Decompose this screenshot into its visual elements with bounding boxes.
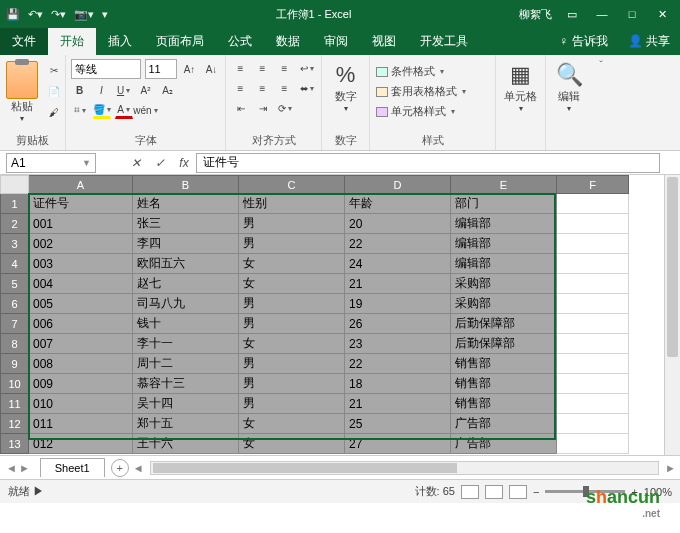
cell[interactable]: 后勤保障部 bbox=[451, 314, 557, 334]
cell[interactable]: 25 bbox=[345, 414, 451, 434]
macro-record-icon[interactable]: ▶ bbox=[33, 485, 44, 497]
cell[interactable]: 男 bbox=[239, 354, 345, 374]
conditional-formatting-button[interactable]: 条件格式 bbox=[376, 63, 489, 80]
sheet-nav-prev-icon[interactable]: ◄ bbox=[6, 462, 17, 474]
cell[interactable] bbox=[557, 234, 629, 254]
cell[interactable]: 编辑部 bbox=[451, 254, 557, 274]
cell[interactable]: 男 bbox=[239, 234, 345, 254]
vertical-scrollbar[interactable] bbox=[664, 175, 680, 455]
cell[interactable]: 赵七 bbox=[133, 274, 239, 294]
italic-button[interactable]: I bbox=[93, 81, 111, 99]
cell[interactable]: 后勤保障部 bbox=[451, 334, 557, 354]
merge-icon[interactable]: ⬌ bbox=[298, 79, 316, 97]
cell[interactable]: 销售部 bbox=[451, 354, 557, 374]
cells-button[interactable]: ▦ 单元格▾ bbox=[502, 59, 540, 115]
cell[interactable]: 010 bbox=[29, 394, 133, 414]
camera-icon[interactable]: 📷▾ bbox=[74, 8, 94, 21]
cell[interactable] bbox=[557, 214, 629, 234]
cell[interactable]: 李十一 bbox=[133, 334, 239, 354]
cell[interactable]: 姓名 bbox=[133, 194, 239, 214]
tell-me[interactable]: ♀ 告诉我 bbox=[549, 28, 617, 55]
phonetic-button[interactable]: wén bbox=[137, 101, 155, 119]
col-header[interactable]: E bbox=[451, 176, 557, 194]
cell[interactable]: 009 bbox=[29, 374, 133, 394]
cell[interactable]: 008 bbox=[29, 354, 133, 374]
row-header[interactable]: 1 bbox=[1, 194, 29, 214]
cell[interactable]: 006 bbox=[29, 314, 133, 334]
name-box[interactable]: A1▼ bbox=[6, 153, 96, 173]
sheet-tab[interactable]: Sheet1 bbox=[40, 458, 105, 477]
cell[interactable]: 19 bbox=[345, 294, 451, 314]
cell[interactable]: 003 bbox=[29, 254, 133, 274]
tab-insert[interactable]: 插入 bbox=[96, 28, 144, 55]
close-icon[interactable]: ✕ bbox=[652, 8, 672, 21]
cell[interactable] bbox=[557, 294, 629, 314]
cell[interactable]: 21 bbox=[345, 394, 451, 414]
cell[interactable]: 钱十 bbox=[133, 314, 239, 334]
maximize-icon[interactable]: □ bbox=[622, 8, 642, 20]
align-center-icon[interactable]: ≡ bbox=[254, 79, 272, 97]
bold-button[interactable]: B bbox=[71, 81, 89, 99]
cell[interactable]: 编辑部 bbox=[451, 214, 557, 234]
cell[interactable]: 郑十五 bbox=[133, 414, 239, 434]
cell[interactable]: 女 bbox=[239, 274, 345, 294]
col-header[interactable]: A bbox=[29, 176, 133, 194]
tab-view[interactable]: 视图 bbox=[360, 28, 408, 55]
save-icon[interactable]: 💾 bbox=[6, 8, 20, 21]
align-top-icon[interactable]: ≡ bbox=[232, 59, 250, 77]
hscroll-right-icon[interactable]: ► bbox=[665, 462, 676, 474]
cell[interactable]: 20 bbox=[345, 214, 451, 234]
superscript-icon[interactable]: A² bbox=[137, 81, 155, 99]
cell[interactable]: 26 bbox=[345, 314, 451, 334]
cell[interactable]: 女 bbox=[239, 434, 345, 454]
share-button[interactable]: 👤 共享 bbox=[618, 28, 680, 55]
view-layout-icon[interactable] bbox=[485, 485, 503, 499]
copy-icon[interactable]: 📄 bbox=[45, 82, 63, 100]
cell[interactable]: 男 bbox=[239, 214, 345, 234]
cell[interactable]: 18 bbox=[345, 374, 451, 394]
font-color-button[interactable]: A bbox=[115, 101, 133, 119]
cell[interactable]: 广告部 bbox=[451, 434, 557, 454]
cell[interactable] bbox=[557, 394, 629, 414]
row-header[interactable]: 5 bbox=[1, 274, 29, 294]
cell[interactable]: 004 bbox=[29, 274, 133, 294]
cell[interactable]: 002 bbox=[29, 234, 133, 254]
cell[interactable] bbox=[557, 354, 629, 374]
increase-font-icon[interactable]: A↑ bbox=[181, 60, 199, 78]
cell[interactable]: 女 bbox=[239, 334, 345, 354]
col-header[interactable]: C bbox=[239, 176, 345, 194]
cell[interactable]: 女 bbox=[239, 254, 345, 274]
tab-layout[interactable]: 页面布局 bbox=[144, 28, 216, 55]
border-button[interactable]: ⌗ bbox=[71, 101, 89, 119]
spreadsheet-grid[interactable]: ABCDEF1证件号姓名性别年龄部门2001张三男20编辑部3002李四男22编… bbox=[0, 175, 629, 454]
cell[interactable]: 21 bbox=[345, 274, 451, 294]
select-all-corner[interactable] bbox=[1, 176, 29, 194]
align-bottom-icon[interactable]: ≡ bbox=[276, 59, 294, 77]
format-painter-icon[interactable]: 🖌 bbox=[45, 103, 63, 121]
row-header[interactable]: 2 bbox=[1, 214, 29, 234]
undo-icon[interactable]: ↶▾ bbox=[28, 8, 43, 21]
cell[interactable]: 005 bbox=[29, 294, 133, 314]
cell[interactable]: 周十二 bbox=[133, 354, 239, 374]
add-sheet-button[interactable]: + bbox=[111, 459, 129, 477]
tab-formulas[interactable]: 公式 bbox=[216, 28, 264, 55]
align-left-icon[interactable]: ≡ bbox=[232, 79, 250, 97]
cell[interactable]: 男 bbox=[239, 294, 345, 314]
row-header[interactable]: 4 bbox=[1, 254, 29, 274]
row-header[interactable]: 3 bbox=[1, 234, 29, 254]
cell[interactable]: 性别 bbox=[239, 194, 345, 214]
row-header[interactable]: 12 bbox=[1, 414, 29, 434]
cell[interactable]: 销售部 bbox=[451, 394, 557, 414]
cancel-icon[interactable]: ✕ bbox=[124, 156, 148, 170]
cell[interactable]: 27 bbox=[345, 434, 451, 454]
enter-icon[interactable]: ✓ bbox=[148, 156, 172, 170]
orientation-icon[interactable]: ⟳ bbox=[276, 99, 294, 117]
user-name[interactable]: 柳絮飞 bbox=[519, 7, 552, 22]
font-name-select[interactable] bbox=[71, 59, 141, 79]
col-header[interactable]: D bbox=[345, 176, 451, 194]
cell[interactable]: 编辑部 bbox=[451, 234, 557, 254]
formula-bar[interactable]: 证件号 bbox=[196, 153, 660, 173]
number-format-button[interactable]: % 数字▾ bbox=[327, 59, 365, 115]
increase-indent-icon[interactable]: ⇥ bbox=[254, 99, 272, 117]
redo-icon[interactable]: ↷▾ bbox=[51, 8, 66, 21]
